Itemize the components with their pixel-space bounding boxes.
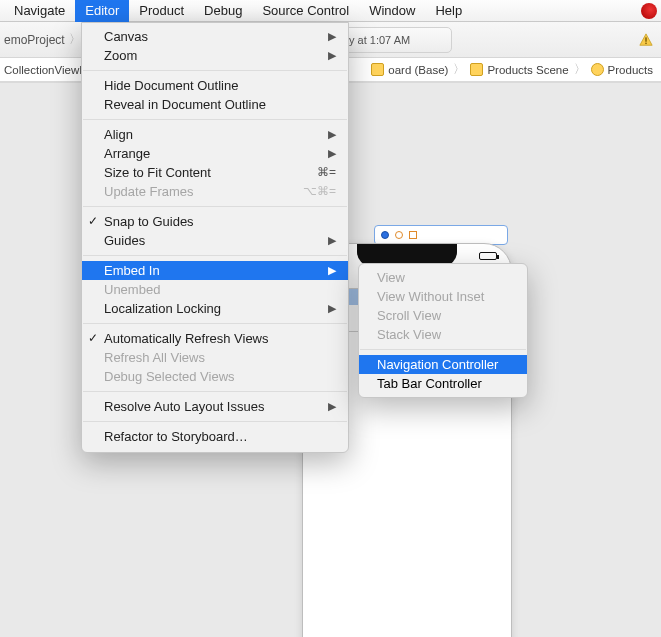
menu-separator — [83, 119, 347, 120]
menu-separator — [83, 70, 347, 71]
exit-icon — [409, 231, 417, 239]
menu-separator — [83, 391, 347, 392]
menu-hide-outline[interactable]: Hide Document Outline — [82, 76, 348, 95]
embed-view-without-inset: View Without Inset — [359, 287, 527, 306]
menu-resolve-layout[interactable]: Resolve Auto Layout Issues▶ — [82, 397, 348, 416]
svg-rect-1 — [645, 42, 646, 43]
submenu-arrow-icon: ▶ — [328, 27, 336, 46]
embed-in-submenu: View View Without Inset Scroll View Stac… — [358, 263, 528, 398]
submenu-arrow-icon: ▶ — [328, 299, 336, 318]
menu-separator — [360, 349, 526, 350]
crumb-storyboard[interactable]: oard (Base) — [371, 63, 448, 76]
menu-refresh-all-views: Refresh All Views — [82, 348, 348, 367]
embed-tab-bar-controller[interactable]: Tab Bar Controller — [359, 374, 527, 393]
menu-localization-locking[interactable]: Localization Locking▶ — [82, 299, 348, 318]
menu-snap-to-guides[interactable]: ✓Snap to Guides — [82, 212, 348, 231]
menu-align[interactable]: Align▶ — [82, 125, 348, 144]
menu-separator — [83, 323, 347, 324]
project-label: emoProject — [4, 33, 65, 47]
chevron-right-icon: 〉 — [69, 31, 81, 48]
storyboard-icon — [371, 63, 384, 76]
menu-zoom[interactable]: Zoom▶ — [82, 46, 348, 65]
check-icon: ✓ — [88, 212, 98, 231]
menu-guides[interactable]: Guides▶ — [82, 231, 348, 250]
embed-stack-view: Stack View — [359, 325, 527, 344]
menu-editor[interactable]: Editor — [75, 0, 129, 22]
scene-group-icon — [470, 63, 483, 76]
menu-size-to-fit[interactable]: Size to Fit Content⌘= — [82, 163, 348, 182]
menu-auto-refresh-views[interactable]: ✓Automatically Refresh Views — [82, 329, 348, 348]
battery-icon — [479, 252, 497, 260]
trend-micro-icon[interactable] — [641, 3, 657, 19]
chevron-right-icon: 〉 — [448, 62, 470, 77]
embed-navigation-controller[interactable]: Navigation Controller — [359, 355, 527, 374]
menu-embed-in[interactable]: Embed In▶ — [82, 261, 348, 280]
submenu-arrow-icon: ▶ — [328, 231, 336, 250]
shortcut: ⌘= — [317, 163, 336, 182]
menu-update-frames: Update Frames⌥⌘= — [82, 182, 348, 201]
menu-separator — [83, 421, 347, 422]
crumb-storyboard-label: oard (Base) — [388, 64, 448, 76]
embed-scroll-view: Scroll View — [359, 306, 527, 325]
menu-navigate[interactable]: Navigate — [4, 0, 75, 22]
menu-source-control[interactable]: Source Control — [252, 0, 359, 22]
menu-reveal-outline[interactable]: Reveal in Document Outline — [82, 95, 348, 114]
menu-unembed: Unembed — [82, 280, 348, 299]
menu-refactor-storyboard[interactable]: Refactor to Storyboard… — [82, 427, 348, 446]
crumb-products-label: Products — [608, 64, 653, 76]
menu-product[interactable]: Product — [129, 0, 194, 22]
menu-debug-selected-views: Debug Selected Views — [82, 367, 348, 386]
check-icon: ✓ — [88, 329, 98, 348]
submenu-arrow-icon: ▶ — [328, 46, 336, 65]
menu-debug[interactable]: Debug — [194, 0, 252, 22]
first-responder-icon — [395, 231, 403, 239]
menu-help[interactable]: Help — [425, 0, 472, 22]
submenu-arrow-icon: ▶ — [328, 397, 336, 416]
menu-separator — [83, 206, 347, 207]
menu-window[interactable]: Window — [359, 0, 425, 22]
chevron-right-icon: 〉 — [569, 62, 591, 77]
menu-bar: Navigate Editor Product Debug Source Con… — [0, 0, 661, 22]
embed-view: View — [359, 268, 527, 287]
crumb-scene[interactable]: Products Scene — [470, 63, 568, 76]
crumb-collectionview[interactable]: CollectionViewD — [4, 64, 88, 76]
shortcut: ⌥⌘= — [303, 182, 336, 201]
warning-icon[interactable] — [639, 33, 653, 47]
crumb-products[interactable]: Products — [591, 63, 661, 76]
menu-canvas[interactable]: Canvas▶ — [82, 27, 348, 46]
crumb-scene-label: Products Scene — [487, 64, 568, 76]
editor-dropdown: Canvas▶ Zoom▶ Hide Document Outline Reve… — [81, 22, 349, 453]
svg-rect-0 — [645, 37, 646, 41]
scene-selection-bar[interactable] — [374, 225, 508, 245]
submenu-arrow-icon: ▶ — [328, 144, 336, 163]
menu-separator — [83, 255, 347, 256]
menu-arrange[interactable]: Arrange▶ — [82, 144, 348, 163]
submenu-arrow-icon: ▶ — [328, 125, 336, 144]
scene-dot-icon — [381, 231, 389, 239]
submenu-arrow-icon: ▶ — [328, 261, 336, 280]
scene-icon — [591, 63, 604, 76]
